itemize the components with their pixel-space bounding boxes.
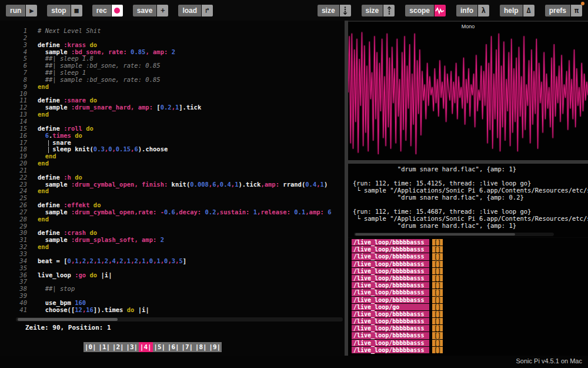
size-button[interactable]: size [318,5,351,16]
cue-args-badge: [] [432,282,443,289]
toolbar: run▶stop■recsave+load↱ sizesizescopeinfo… [0,0,588,21]
code-line: 1# Next Level Shit [0,28,345,35]
buffer-tab-0[interactable]: |0| [83,342,98,352]
cue-log-pane: /live_loop/bbbbbasss[]/live_loop/bbbbbas… [348,238,588,356]
code-line: 20end [0,160,345,167]
log-line [353,201,588,208]
stop-button[interactable]: stop■ [47,5,82,16]
code-text: sample :drum_snare_hard, amp: [0.2,1].ti… [38,104,201,111]
code-text: ##| stop [38,286,75,293]
cue-path-badge: /live_loop/go [352,304,429,310]
log-line: └ sample "/Applications/Sonic Pi 6.app/C… [353,215,588,222]
log-hscrollbar-thumb[interactable] [355,233,515,236]
cue-entry: /live_loop/bbbbbasss[] [352,318,588,324]
bottom-statusbar: Sonic Pi v4.5.1 on Mac [0,356,588,368]
buffer-tab-1[interactable]: |1| [98,342,112,352]
log-line: "drum_snare_hard.flac", {amp: 0.2} [353,194,588,201]
code-line: 21 [0,167,345,174]
cue-entry: /live_loop/bbbbbasss[] [352,325,588,331]
cue-path-badge: /live_loop/bbbbbasss [352,318,429,324]
size-button[interactable]: size [362,5,395,16]
buffer-tab-5[interactable]: |5| [153,342,167,352]
cue-entry: /live_loop/bbbbbasss[] [352,282,588,289]
cue-entry: /live_loop/bbbbbasss[] [352,289,588,296]
buffer-tab-4[interactable]: |4| [139,342,153,352]
stop-button-label: stop [47,5,70,16]
line-number: 16 [0,132,27,140]
buffer-tab-8[interactable]: |8| [194,342,208,352]
pi-icon: π [571,5,582,16]
cue-path-badge: /live_loop/bbbbbasss [352,311,429,317]
code-text: ##| sample :bd_sone, rate: 0.85 [38,77,161,84]
code-line: 12 sample :drum_snare_hard, amp: [0.2,1]… [0,104,345,111]
app-version-label: Sonic Pi v4.5.1 on Mac [516,357,582,364]
cue-args-badge: [] [432,289,443,296]
load-button-label: load [178,5,201,16]
code-line: 27 sample :drum_cymbal_open,rate: -0.6,d… [0,209,345,216]
run-button-label: run [6,5,25,16]
editor-hscrollbar-track[interactable] [16,317,343,321]
line-number: 21 [0,167,27,174]
scope-wave-icon [435,5,446,16]
line-number: 22 [0,174,27,181]
buffer-tab-6[interactable]: |6| [166,342,181,352]
code-text: # Next Level Shit [38,28,101,35]
size-button-label: size [362,5,383,16]
log-line: {run: 112, time: 15.4687, thread: :live_… [353,208,588,215]
size-down-icon [340,5,351,16]
cursor-position-status: Zeile: 90, Position: 1 [25,324,111,331]
cue-entry: /live_loop/bbbbbasss[] [352,297,588,303]
log-line: "drum_snare_hard.flac", {amp: 1} [353,222,588,229]
cue-args-badge: [] [432,268,443,274]
prefs-button[interactable]: prefsπ [545,5,582,16]
code-line: 19 end [0,153,345,160]
code-text: sample :drum_splash_soft, amp: 2 [38,237,164,244]
cue-args-badge: [] [432,239,443,246]
toolbar-left-group: run▶stop■recsave+load↱ [6,5,213,16]
code-text: end [38,244,49,251]
cue-path-badge: /live_loop/bbbbbasss [352,239,429,246]
cue-args-badge: [] [432,311,443,317]
buffer-tab-2[interactable]: |2| [111,342,125,352]
cue-args-badge: [] [432,318,443,324]
editor-hscrollbar-thumb[interactable] [18,318,118,321]
scope-waveform [348,25,588,160]
code-editor[interactable]: 1# Next Level Shit23define :krass do4 sa… [0,21,345,356]
scope-button[interactable]: scope [405,5,446,16]
buffer-tab-7[interactable]: |7| [181,342,195,352]
plus-icon: + [157,5,168,16]
load-button[interactable]: load↱ [178,5,213,16]
info-button[interactable]: infoλ [456,5,489,16]
code-line: 38 ##| stop [0,286,345,293]
code-text: end [38,216,49,223]
code-area[interactable]: 1# Next Level Shit23define :krass do4 sa… [0,28,345,314]
cue-entry: /live_loop/bbbbbasss[] [352,275,588,281]
code-text: end [38,188,49,195]
save-button[interactable]: save+ [133,5,169,16]
run-button[interactable]: run▶ [6,5,37,16]
save-button-label: save [133,5,157,16]
log-hscrollbar-track[interactable] [354,233,554,236]
stop-icon: ■ [71,5,82,16]
cue-entry: /live_loop/bbbbbasss[] [352,340,588,346]
buffer-tab-9[interactable]: |9| [208,342,222,352]
prefs-button-label: prefs [545,5,570,16]
rec-button[interactable]: rec [92,5,123,16]
log-line: └ sample "/Applications/Sonic Pi 6.app/C… [353,187,588,194]
help-button-label: help [500,5,523,16]
line-number: 27 [0,209,27,216]
log-pane: "drum_snare_hard.flac", {amp: 1}{run: 11… [348,164,588,237]
code-text: end [38,84,49,91]
code-line: 16 6.times do [0,132,345,140]
line-number: 15 [0,125,27,132]
code-line: 23 sample :drum_cymbal_open, finish: kni… [0,181,345,188]
cue-path-badge: /live_loop/bbbbbasss [352,340,429,346]
buffer-tab-3[interactable]: |3| [125,342,139,352]
buffer-tabbar: |0||1||2||3||4||5||6||7||8||9| [83,342,222,352]
help-button[interactable]: helpΔ [500,5,534,16]
oscilloscope: Mono [348,21,588,160]
cue-args-badge: [] [432,325,443,331]
cue-args-badge: [] [432,304,443,310]
cue-path-badge: /live_loop/bbbbbasss [352,332,429,339]
cue-args-badge: [] [432,275,443,281]
